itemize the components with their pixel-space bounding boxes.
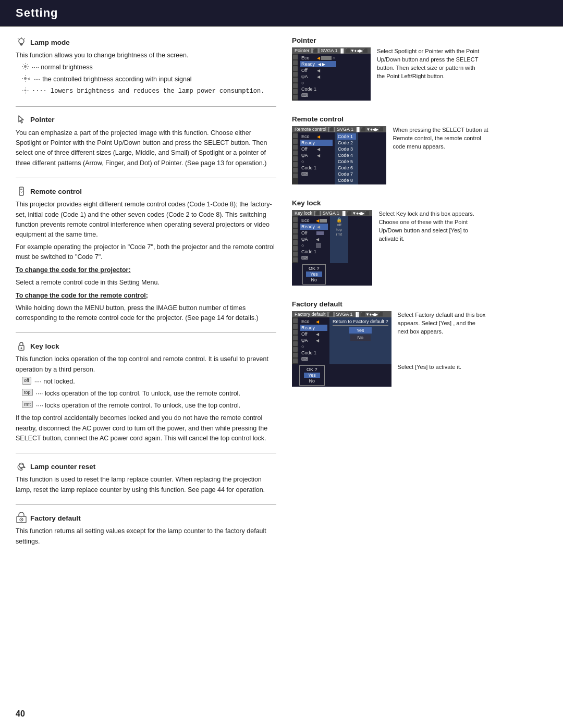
lamp-mode-body: This function allows you to change brigh… [16,51,276,97]
remote-control-label: Remote control [30,188,82,195]
factory-default-title: Factory default [16,512,276,524]
factory-dialog: Return to Factory default ? Yes No [329,317,391,364]
lock-remote-icon: rmt [22,401,33,409]
factory-note-1: Select Factory default and this box appe… [398,311,487,336]
divider-3 [16,332,276,333]
svg-point-32 [21,348,22,349]
svg-point-39 [21,519,22,520]
divider-2 [16,178,276,178]
svg-rect-35 [21,468,22,470]
svg-rect-1 [20,44,23,45]
pointer-menu-row-code1: Code 1 [300,86,336,92]
key-lock-diagram-title: Key lock [292,199,547,207]
svg-line-12 [27,68,28,69]
remote-control-screen: Remote control ⬛ SVGA 1 ▐▌⬛▼♦◀▶⬛ [292,126,386,184]
sun-a-icon: A [22,75,30,85]
pointer-diagram-wrapper: Pointer ⬛ SVGA 1 ▐▌⬛▼♦◀▶⬛ [292,47,547,101]
key-lock-diagram-wrapper: Key lock ⬛ SVGA 1 ▐▌⬛▼♦◀▶⬛ [292,210,547,286]
factory-note-2: Select [Yes] to activate it. [398,363,487,372]
pointer-diagram-title: Pointer [292,36,547,44]
remote-control-body: This projector provides eight different … [16,200,276,323]
remote-code-panel: Code 1 Code 2 Code 3 Code 4 Code 5 Code … [335,132,358,184]
svg-point-21 [25,90,27,92]
svg-point-30 [22,191,23,192]
main-content: Lamp mode This function allows you to ch… [0,27,563,572]
brightness-item-auto: A ···· the controlled brightness accordi… [22,75,276,85]
lock-top-item: top ···· locks operation of the top cont… [22,389,276,399]
remote-control-diagram-title: Remote control [292,115,547,123]
remote-icon [16,186,27,197]
remote-control-diagram-note: When pressing the SELECT button at Remot… [393,126,492,151]
section-key-lock: Key lock This function locks operation o… [16,340,276,443]
section-factory-default-left: Factory default This function returns al… [16,512,276,547]
divider-4 [16,453,276,453]
lock-off-icon: off [22,377,31,385]
pointer-body: You can emphasize a part of the projecte… [16,128,276,169]
pointer-screen: Pointer ⬛ SVGA 1 ▐▌⬛▼♦◀▶⬛ [292,47,371,101]
pointer-topbar: Pointer ⬛ SVGA 1 ▐▌⬛▼♦◀▶⬛ [292,47,371,54]
factory-default-body: This function returns all setting values… [16,526,276,547]
page-title: Setting [16,6,58,20]
svg-line-11 [23,64,23,65]
divider-5 [16,504,276,505]
key-lock-diagram-section: Key lock Key lock ⬛ SVGA 1 ▐▌⬛▼♦◀▶⬛ [292,199,547,286]
lamp-counter-reset-title: Lamp counter reset [16,461,276,472]
change-remote-title: To change the code for the remote contro… [16,292,148,299]
lamp-reset-icon [16,461,27,472]
section-remote-control: Remote control This projector provides e… [16,186,276,323]
brightness-list: ···· normal brightness A [22,63,276,96]
pointer-icon [16,114,27,126]
change-projector-title: To change the code for the projector: [16,266,131,274]
left-column: Lamp mode This function allows you to ch… [16,36,287,556]
pointer-menu-row-psia: ψA ◀ [300,73,336,80]
lock-icon [16,340,27,352]
svg-line-13 [27,64,28,65]
remote-control-diagram-section: Remote control Remote control ⬛ SVGA 1 ▐… [292,115,547,184]
pointer-menu-row-eco: Eco ◀ ○ [300,55,336,61]
key-lock-title: Key lock [16,340,276,352]
key-lock-sub-panel: 🔒 off top rmt [330,216,348,263]
factory-notes: Select Factory default and this box appe… [396,311,487,372]
sun-small-icon [22,87,29,97]
factory-default-diagram-section: Factory default Factory default ⬛ SVGA 1… [292,300,547,387]
pointer-menu-row-kb: ⌨ [300,92,336,98]
brightness-item-low: ···· lowers brightness and reduces the l… [22,87,276,97]
svg-point-28 [21,192,22,193]
pointer-menu-items: Eco ◀ ○ Ready ◀ ▶ Off [298,54,338,101]
factory-default-screen: Factory default ⬛ SVGA 1 ▐▌⬛▼♦◀▶⬛ [292,311,391,387]
key-lock-label: Key lock [30,342,59,350]
section-lamp-mode: Lamp mode This function allows you to ch… [16,36,276,97]
svg-point-15 [24,77,27,80]
factory-default-label: Factory default [30,514,81,522]
factory-ok-panel: OK ? Yes No [292,364,391,387]
brightness-item-normal: ···· normal brightness [22,63,276,73]
factory-default-diagram-wrapper: Factory default ⬛ SVGA 1 ▐▌⬛▼♦◀▶⬛ [292,311,547,387]
svg-rect-2 [21,45,22,46]
lamp-mode-label: Lamp mode [30,39,70,46]
factory-icon [16,512,27,524]
svg-line-4 [18,39,18,39]
page-header: Setting [0,0,563,26]
pointer-label: Pointer [30,116,55,124]
sun-icon [22,63,29,73]
svg-point-0 [19,39,24,44]
lamp-counter-reset-label: Lamp counter reset [30,463,95,471]
lock-remote-item: rmt ···· locks operation of the remote c… [22,401,276,411]
key-lock-ok-panel: OK ? Yes No [292,263,372,286]
lock-list: off ···· not locked. top ···· locks oper… [22,377,276,410]
divider-1 [16,106,276,107]
svg-text:A: A [28,77,30,81]
svg-line-14 [23,68,23,69]
svg-point-29 [20,191,21,192]
remote-control-title: Remote control [16,186,276,197]
pointer-section-title: Pointer [16,114,276,126]
svg-rect-34 [20,467,23,468]
factory-default-diagram-title: Factory default [292,300,547,308]
key-lock-body: This function locks operation of the top… [16,354,276,443]
pointer-diagram-note: Select Spotlight or Pointer with the Poi… [377,47,481,81]
remote-control-diagram-wrapper: Remote control ⬛ SVGA 1 ▐▌⬛▼♦◀▶⬛ [292,126,547,184]
lamp-icon [16,36,27,48]
lamp-counter-reset-body: This function is used to reset the lamp … [16,475,276,495]
key-lock-screen: Key lock ⬛ SVGA 1 ▐▌⬛▼♦◀▶⬛ [292,210,372,286]
page-number: 40 [16,709,25,719]
